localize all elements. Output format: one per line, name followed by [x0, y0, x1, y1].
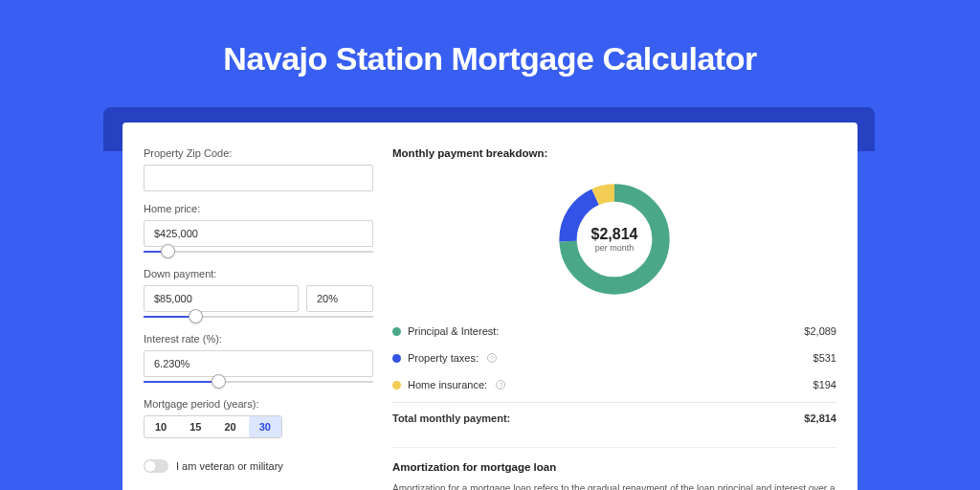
slider-thumb[interactable] — [189, 310, 202, 323]
inputs-column: Property Zip Code: Home price: Down paym… — [144, 147, 373, 490]
total-label: Total monthly payment: — [392, 412, 510, 424]
dot-yellow-icon — [392, 381, 401, 390]
legend-pi-label: Principal & Interest: — [408, 325, 499, 337]
slider-thumb[interactable] — [212, 375, 225, 388]
donut-center-amount: $2,814 — [591, 226, 638, 243]
zip-field: Property Zip Code: — [144, 147, 373, 191]
zip-label: Property Zip Code: — [144, 147, 373, 159]
period-option-30[interactable]: 30 — [249, 416, 281, 437]
period-field: Mortgage period (years): 10 15 20 30 — [144, 398, 373, 438]
legend-pi-value: $2,089 — [804, 325, 836, 337]
legend-property-taxes: Property taxes: ? $531 — [392, 345, 836, 371]
amortization-section: Amortization for mortgage loan Amortizat… — [392, 447, 836, 490]
interest-input[interactable] — [144, 350, 373, 377]
home-price-label: Home price: — [144, 203, 373, 214]
interest-label: Interest rate (%): — [144, 333, 373, 345]
period-option-15[interactable]: 15 — [179, 416, 212, 437]
legend-home-insurance: Home insurance: ? $194 — [392, 371, 836, 398]
down-payment-field: Down payment: — [144, 268, 373, 325]
home-price-slider[interactable] — [144, 247, 373, 260]
period-label: Mortgage period (years): — [144, 398, 373, 410]
period-option-20[interactable]: 20 — [214, 416, 247, 437]
dot-green-icon — [392, 327, 401, 336]
down-payment-pct-input[interactable] — [306, 285, 373, 312]
period-options: 10 15 20 30 — [144, 415, 282, 438]
calculator-panel: Property Zip Code: Home price: Down paym… — [122, 122, 858, 490]
slider-thumb[interactable] — [162, 245, 174, 257]
veteran-toggle[interactable] — [144, 459, 168, 473]
zip-input[interactable] — [144, 165, 373, 191]
breakdown-column: Monthly payment breakdown: $2,814 per mo… — [392, 147, 836, 490]
page-title: Navajo Station Mortgage Calculator — [0, 0, 980, 99]
legend-tax-label: Property taxes: — [408, 352, 479, 364]
amortization-text: Amortization for a mortgage loan refers … — [392, 482, 836, 490]
donut-chart: $2,814 per month — [392, 172, 836, 318]
legend-tax-value: $531 — [813, 352, 836, 364]
legend-principal-interest: Principal & Interest: $2,089 — [392, 318, 836, 345]
info-icon[interactable]: ? — [496, 380, 505, 390]
period-option-10[interactable]: 10 — [145, 416, 177, 437]
total-value: $2,814 — [804, 412, 836, 424]
down-payment-slider[interactable] — [144, 312, 373, 325]
down-payment-input[interactable] — [144, 285, 299, 312]
home-price-input[interactable] — [144, 220, 373, 247]
veteran-label: I am veteran or military — [176, 460, 283, 472]
home-price-field: Home price: — [144, 203, 373, 260]
interest-slider[interactable] — [144, 377, 373, 390]
legend-ins-label: Home insurance: — [408, 379, 487, 390]
amortization-heading: Amortization for mortgage loan — [392, 461, 836, 473]
legend-total: Total monthly payment: $2,814 — [392, 402, 836, 432]
interest-field: Interest rate (%): — [144, 333, 373, 390]
legend-ins-value: $194 — [813, 379, 836, 390]
donut-center-sub: per month — [595, 243, 635, 253]
info-icon[interactable]: ? — [487, 353, 497, 363]
breakdown-heading: Monthly payment breakdown: — [392, 147, 836, 159]
dot-blue-icon — [392, 354, 401, 363]
down-payment-label: Down payment: — [144, 268, 373, 279]
veteran-toggle-row: I am veteran or military — [144, 459, 373, 473]
